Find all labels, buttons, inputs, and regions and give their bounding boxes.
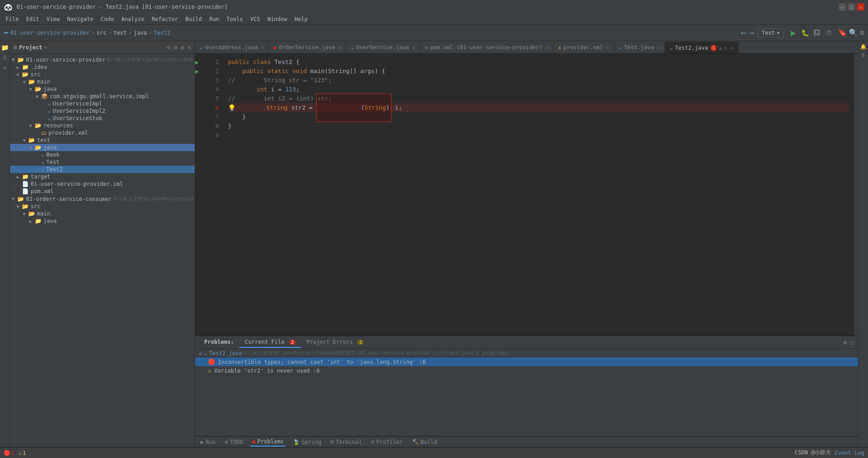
menu-code[interactable]: Code [97,15,118,23]
problem-item-warning[interactable]: ⚠ Variable 'str2' is never used :6 [195,366,858,375]
run-arrow-1[interactable]: ▶ [195,58,204,67]
more-toolbar-actions[interactable]: 🔖 🔍 ⚙ [838,28,864,37]
bottom-tab-profiler[interactable]: ⊙ Profiler [369,438,404,446]
menu-vcs[interactable]: VCS [247,15,264,23]
settings-icon[interactable]: ⚙ [860,28,864,37]
close-tab-test2[interactable]: ✕ [730,45,734,51]
menu-view[interactable]: View [43,15,64,23]
run-config-selector[interactable]: Test ▾ [757,28,784,37]
problem-item-error[interactable]: 🔴 Inconvertible types; cannot cast 'int'… [195,358,858,366]
tree-item-main-java[interactable]: ▼ 📂 java [10,85,195,93]
menu-edit[interactable]: Edit [22,15,43,23]
tab-test[interactable]: ☕ Test.java ✕ [614,42,665,53]
problem-file-entry[interactable]: ↺ ☕ Test2.java D:\私人文件夹\JavaProjects\Dub… [195,349,858,358]
bottom-tab-terminal[interactable]: ⊡ Terminal [328,438,364,446]
bottom-tab-todo[interactable]: ≡ TODO [223,438,245,446]
statusbar-error[interactable]: 🔴 1 [4,450,15,456]
tree-item-userservicestub[interactable]: ☕ UserServiceStub [10,115,195,122]
navigation-forward-icon[interactable]: ⟶ [750,28,754,37]
search-everywhere-icon[interactable]: 🔍 [849,28,858,37]
bottom-tab-build[interactable]: 🔨 Build [410,438,439,446]
close-button[interactable]: ✕ [857,3,864,11]
collapse-all-icon[interactable]: ⊟ [174,44,177,51]
tab-userservice[interactable]: ☕ UserService.java ✕ [346,42,420,53]
run-arrow-2[interactable]: ▶ [195,67,204,76]
maximize-button[interactable]: □ [848,3,855,11]
scroll-from-source-icon[interactable]: ⊙ [167,44,170,51]
close-tab-test[interactable]: ✕ [657,45,660,51]
tree-item-root2-main[interactable]: ▼ 📂 main [10,210,195,217]
close-tab-orderservice[interactable]: ✕ [338,45,341,51]
event-log-label[interactable]: Event Log [835,450,864,456]
problems-external-icon[interactable]: ⬚ [851,339,854,346]
menu-run[interactable]: Run [206,15,223,23]
close-tab-pom[interactable]: ✕ [545,45,549,51]
menu-build[interactable]: Build [182,15,206,23]
close-tab-provider[interactable]: ✕ [606,45,609,51]
tree-item-root2[interactable]: ▼ 📂 02-orderr-service-consumer D:\私人文件夹\… [10,195,195,203]
right-icon-structure[interactable]: S [861,52,866,59]
breadcrumb-test[interactable]: test [113,30,127,36]
tree-item-root2-src[interactable]: ▼ 📂 src [10,203,195,210]
project-settings-icon[interactable]: ⚙ [181,44,184,51]
tree-item-main[interactable]: ▼ 📂 main [10,78,195,85]
run-button[interactable]: ▶ [788,27,799,38]
tree-item-src[interactable]: ▼ 📂 src [10,71,195,78]
breadcrumb-test2[interactable]: Test2 [154,30,170,36]
tree-item-resources[interactable]: ▼ 📂 resources [10,122,195,129]
tree-item-pom[interactable]: 📄 pom.xml [10,188,195,195]
debug-button[interactable]: 🐛 [799,27,810,38]
profile-button[interactable]: ⏱ [823,27,834,38]
tab-pom[interactable]: m pom.xml (01-user-service-provider) ✕ [420,42,554,53]
bottom-tab-run[interactable]: ▶ Run [199,438,217,446]
problems-settings-icon[interactable]: ⚙ [843,339,847,346]
editor-scrollbar[interactable] [854,54,858,336]
menu-window[interactable]: Window [264,15,291,23]
tree-item-book[interactable]: ☕ Book [10,151,195,158]
project-dropdown-icon[interactable]: ▾ [44,45,47,50]
sidebar-icon-structure[interactable]: S [0,53,10,62]
tree-item-test[interactable]: ▼ 📂 test [10,137,195,144]
tree-item-userserviceimpl[interactable]: ☕ UserServiceImpl [10,100,195,107]
sidebar-icon-project[interactable]: 📁 [0,43,10,52]
menu-tools[interactable]: Tools [223,15,247,23]
menu-file[interactable]: File [2,15,22,23]
menu-analyze[interactable]: Analyze [117,15,148,23]
breadcrumb-java[interactable]: java [134,30,147,36]
tree-item-iml[interactable]: 📄 01-user-service-provider.iml [10,180,195,188]
tree-item-test-class[interactable]: ☕ Test [10,158,195,166]
tree-item-root1[interactable]: ▼ 📂 01-user-service-provider D:\私人文件夹\Ja… [10,56,195,63]
right-icon-notifications[interactable]: 🔔 [859,43,868,51]
breadcrumb-src[interactable]: src [96,30,106,36]
tree-item-target[interactable]: ▶ 📁 target [10,173,195,180]
tab-current-file[interactable]: Current File 2 [239,337,301,348]
menu-refactor[interactable]: Refactor [148,15,182,23]
tree-item-test-java[interactable]: ▼ 📂 java [10,144,195,151]
tab-project-errors[interactable]: Project Errors 1 [301,337,369,348]
coverage-button[interactable]: ⛾ [811,27,822,38]
warning-bulb-icon[interactable]: 💡 [228,103,236,112]
statusbar-warning[interactable]: ⚠ 1 [18,450,26,456]
tab-orderservice[interactable]: ● OrderService.java ✕ [269,42,346,53]
menu-help[interactable]: Help [291,15,312,23]
minimize-button[interactable]: – [839,3,846,11]
bookmark-icon[interactable]: 🔖 [838,28,847,37]
close-panel-icon[interactable]: ✕ [188,44,191,51]
menu-navigate[interactable]: Navigate [64,15,97,23]
bottom-tab-spring[interactable]: 🍃 Spring [291,438,323,446]
tree-item-idea[interactable]: ▶ 📁 .idea [10,63,195,71]
close-tab-useraddress[interactable]: ✕ [261,45,264,51]
tree-item-test2-class[interactable]: ☕ Test2 [10,166,195,173]
tree-item-impl-pkg[interactable]: ▼ 📦 com.atguigu.gmall.service.impl [10,93,195,100]
navigation-icon[interactable]: ⟵ [741,28,746,37]
tab-provider[interactable]: x provider.xml ✕ [554,42,614,53]
sidebar-icon-favorites[interactable]: ★ [0,63,10,72]
code-editor[interactable]: public class Test2 { public static void … [222,54,854,336]
tab-test2[interactable]: ☕ Test2.java 1 ⚠ 1 ✕ [665,42,739,53]
tree-item-userserviceimpl2[interactable]: ☕ UserServiceImpl2 [10,107,195,115]
tree-item-providerxml[interactable]: 🗂 provider.xml [10,129,195,137]
tree-item-root2-java[interactable]: ▶ 📁 java [10,217,195,225]
back-button[interactable]: ⬅ [4,28,9,37]
breadcrumb-project[interactable]: 01-user-service-provider [11,30,90,36]
close-tab-userservice[interactable]: ✕ [412,45,415,51]
